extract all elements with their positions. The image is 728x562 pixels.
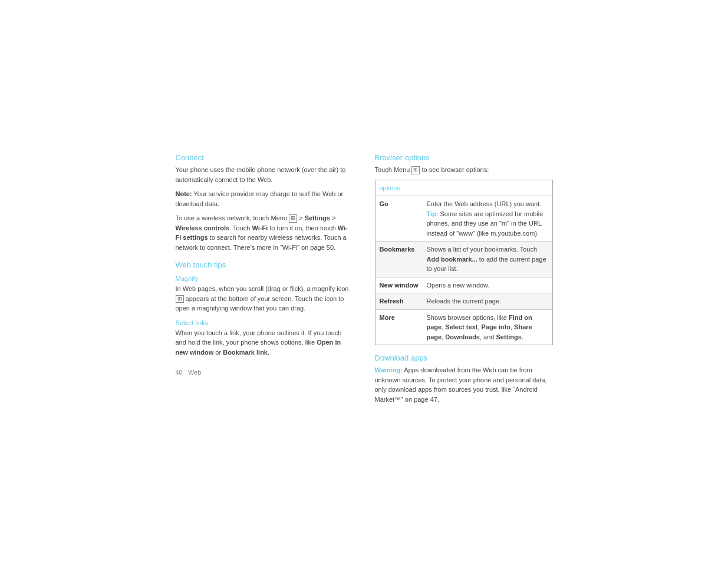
tip-text: Some sites are optimized for mobile phon… [427, 210, 543, 237]
wifi-label: Wi-Fi [252, 224, 268, 232]
connect-paragraph1: Your phone uses the mobile phone network… [176, 165, 354, 184]
browser-options-intro: Touch Menu ⊞ to see browser options: [375, 165, 553, 175]
page-number: 40 [176, 369, 183, 376]
warning-label: Warning: [375, 366, 403, 373]
magnify-icon: ⊞ [176, 295, 184, 303]
connect-section: Connect Your phone uses the mobile phone… [176, 153, 354, 252]
go-desc-text: Enter the Web address (URL) you want. [427, 200, 542, 207]
page-info-label: Page info [481, 323, 510, 330]
more-desc7: . [522, 333, 523, 340]
table-header-cell: options [375, 180, 552, 196]
downloads-label: Downloads [445, 333, 480, 340]
select-links-end: . [268, 349, 269, 356]
web-touch-tips-section: Web touch tips Magnify In Web pages, whe… [176, 260, 354, 357]
connect-title: Connect [176, 153, 354, 162]
select-links-text: When you touch a link, your phone outlin… [176, 328, 354, 358]
magnify-title: Magnify [176, 275, 354, 282]
more-label: More [375, 309, 423, 345]
browser-options-table: options Go Enter the Web address (URL) y… [375, 180, 553, 346]
note-label: Note: [176, 190, 192, 197]
table-row: Bookmarks Shows a list of your bookmarks… [375, 242, 552, 277]
bookmark-link-label: Bookmark link [223, 349, 268, 356]
browser-options-title: Browser options [375, 153, 553, 162]
magnify-text: In Web pages, when you scroll (drag or f… [176, 284, 354, 313]
table-row: Refresh Reloads the current page. [375, 293, 552, 310]
more-desc-text: Shows browser options, like [427, 314, 509, 321]
settings-label: Settings [305, 214, 330, 222]
magnify-text1: In Web pages, when you scroll (drag or f… [176, 285, 349, 292]
add-bookmark-label: Add bookmark... [427, 256, 477, 263]
page-section-label: Web [188, 369, 201, 376]
bookmarks-desc: Shows a list of your bookmarks. Touch Ad… [423, 242, 553, 277]
bookmarks-desc-text: Shows a list of your bookmarks. Touch [427, 246, 538, 253]
note-text: Your service provider may charge to surf… [176, 190, 344, 207]
browser-options-section: Browser options Touch Menu ⊞ to see brow… [375, 153, 553, 345]
right-column: Browser options Touch Menu ⊞ to see brow… [375, 153, 553, 409]
more-desc: Shows browser options, like Find on page… [423, 309, 553, 345]
connect-paragraph2: To use a wireless network, touch Menu ⊞ … [176, 213, 354, 252]
select-links-title: Select links [176, 319, 354, 326]
browser-intro-text2: to see browser options: [420, 166, 489, 173]
browser-intro-text: Touch Menu [375, 166, 412, 173]
menu-icon-browser: ⊞ [411, 166, 420, 174]
download-apps-title: Download apps [375, 353, 553, 362]
connect-p2-mid3: . Touch [229, 224, 252, 232]
wireless-label: Wireless controls [176, 224, 230, 232]
download-apps-text: Warning: Apps downloaded from the Web ca… [375, 365, 553, 404]
select-links-or: or [213, 349, 223, 356]
refresh-label: Refresh [375, 293, 423, 310]
refresh-desc: Reloads the current page. [423, 293, 553, 310]
table-header-row: options [375, 180, 552, 196]
table-row: New window Opens a new window. [375, 277, 552, 293]
connect-p2-mid4: to turn it on, then touch [268, 224, 338, 232]
table-row: More Shows browser options, like Find on… [375, 309, 552, 345]
new-window-label: New window [375, 277, 423, 293]
tip-label: Tip: [427, 210, 439, 217]
bookmarks-label: Bookmarks [375, 242, 423, 277]
connect-p2-mid2: > [330, 214, 335, 222]
settings-label-more: Settings [496, 333, 522, 340]
page-container: Connect Your phone uses the mobile phone… [0, 0, 728, 562]
more-desc6: , and [480, 333, 496, 340]
content-area: Connect Your phone uses the mobile phone… [176, 153, 553, 409]
table-row: Go Enter the Web address (URL) you want.… [375, 196, 552, 242]
left-column: Connect Your phone uses the mobile phone… [176, 153, 354, 376]
select-text-label: Select text [445, 323, 477, 330]
download-apps-section: Download apps Warning: Apps downloaded f… [375, 353, 553, 404]
menu-icon-connect: ⊞ [289, 214, 297, 223]
go-desc: Enter the Web address (URL) you want. Ti… [423, 196, 553, 242]
web-touch-tips-title: Web touch tips [176, 260, 354, 269]
magnify-text2: appears at the bottom of your screen. To… [176, 295, 344, 312]
go-label: Go [375, 196, 423, 242]
connect-p2-mid1: > [297, 214, 305, 222]
new-window-desc: Opens a new window. [423, 277, 553, 293]
connect-note: Note: Your service provider may charge t… [176, 189, 354, 209]
connect-p2-prefix: To use a wireless network, touch Menu [176, 214, 289, 222]
page-number-area: 40 Web [176, 369, 354, 376]
